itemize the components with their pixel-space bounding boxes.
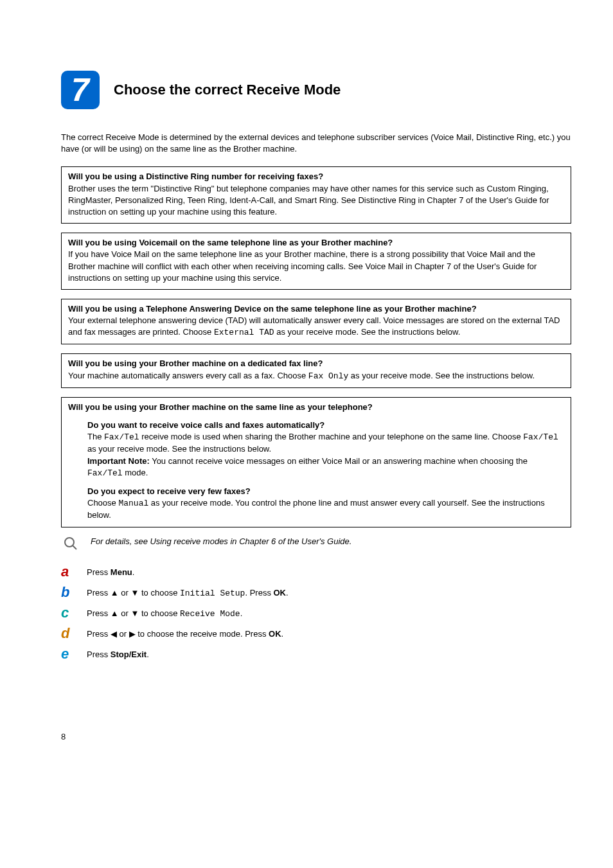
- svg-point-0: [65, 538, 74, 547]
- instruction-steps: a Press Menu. b Press ▲ or ▼ to choose I…: [61, 565, 571, 661]
- step-d: d Press ◀ or ▶ to choose the receive mod…: [61, 626, 571, 641]
- left-arrow-icon: ◀: [111, 629, 117, 639]
- hint-row: For details, see Using receive modes in …: [61, 536, 571, 553]
- step-b: b Press ▲ or ▼ to choose Initial Setup. …: [61, 585, 571, 599]
- step-a: a Press Menu.: [61, 565, 571, 579]
- box-title: Will you be using a Telephone Answering …: [68, 304, 477, 314]
- svg-line-1: [73, 545, 76, 549]
- step-number-badge: 7: [61, 71, 100, 109]
- box-distinctive-ring: Will you be using a Distinctive Ring num…: [61, 166, 571, 224]
- box-body: Your external telephone answering device…: [68, 315, 560, 337]
- intro-paragraph: The correct Receive Mode is determined b…: [61, 132, 571, 155]
- step-letter: c: [61, 606, 84, 620]
- reference-icon: [64, 536, 78, 553]
- step-c: c Press ▲ or ▼ to choose Receive Mode.: [61, 606, 571, 620]
- step-letter: a: [61, 565, 84, 579]
- step-e: e Press Stop/Exit.: [61, 647, 571, 661]
- hint-text: For details, see Using receive modes in …: [91, 536, 351, 546]
- box-same-line-telephone: Will you be using your Brother machine o…: [61, 397, 571, 527]
- box-title: Will you be using your Brother machine o…: [68, 359, 323, 368]
- box-voicemail: Will you be using Voicemail on the same …: [61, 233, 571, 290]
- box-title: Will you be using your Brother machine o…: [68, 402, 373, 412]
- page-title: Choose the correct Receive Mode: [114, 82, 341, 98]
- page-header: 7 Choose the correct Receive Mode: [61, 71, 571, 109]
- sub-question-few-faxes: Do you expect to receive very few faxes?…: [87, 486, 564, 522]
- box-answering-device: Will you be using a Telephone Answering …: [61, 299, 571, 345]
- box-body: If you have Voice Mail on the same telep…: [68, 249, 537, 282]
- box-dedicated-fax: Will you be using your Brother machine o…: [61, 353, 571, 387]
- up-arrow-icon: ▲: [111, 608, 119, 618]
- step-letter: b: [61, 585, 84, 599]
- right-arrow-icon: ▶: [129, 629, 136, 639]
- down-arrow-icon: ▼: [131, 608, 139, 618]
- box-body: Brother uses the term "Distinctive Ring"…: [68, 184, 549, 217]
- box-body: Your machine automatically answers every…: [68, 371, 535, 380]
- down-arrow-icon: ▼: [131, 588, 139, 598]
- step-letter: d: [61, 626, 84, 641]
- up-arrow-icon: ▲: [111, 588, 119, 598]
- box-title: Will you be using a Distinctive Ring num…: [68, 172, 323, 181]
- step-letter: e: [61, 647, 84, 661]
- sub-question-auto: Do you want to receive voice calls and f…: [87, 420, 564, 479]
- box-title: Will you be using Voicemail on the same …: [68, 238, 393, 247]
- page-number: 8: [61, 732, 571, 741]
